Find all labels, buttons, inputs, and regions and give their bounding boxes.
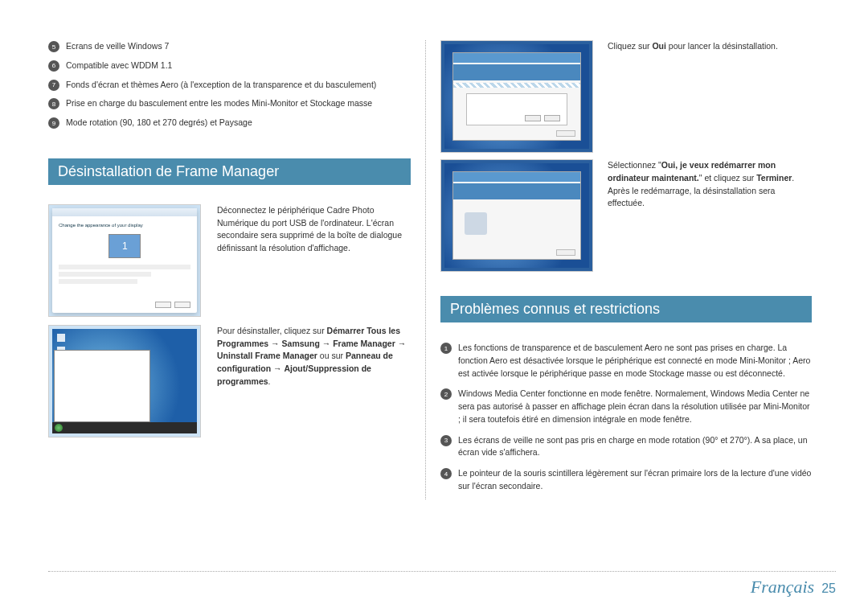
- uninstall-right-step: Sélectionnez "Oui, je veux redémarrer mo…: [440, 159, 812, 272]
- issue-text: Les fonctions de transparence et de basc…: [458, 342, 812, 380]
- screenshot-uninstall-confirm: [440, 40, 593, 153]
- item-number-badge: 3: [440, 435, 452, 446]
- item-number-badge: 6: [48, 60, 59, 72]
- uninstall-right-text: Sélectionnez "Oui, je veux redémarrer mo…: [608, 159, 812, 210]
- left-column: 5 Ecrans de veille Windows 7 6 Compatibl…: [48, 40, 426, 499]
- item-number-badge: 9: [48, 117, 59, 129]
- item-number-badge: 1: [440, 343, 452, 354]
- uninstall-right-text: Cliquez sur Oui pour lancer la désinstal…: [608, 40, 778, 53]
- right-column: Cliquez sur Oui pour lancer la désinstal…: [426, 40, 812, 499]
- issue-text: Windows Media Center fonctionne en mode …: [458, 388, 812, 425]
- issue-item: 3 Les écrans de veille ne sont pas pris …: [440, 434, 812, 460]
- numbered-item: 7 Fonds d'écran et thèmes Aero (à l'exce…: [48, 79, 411, 92]
- item-number-badge: 2: [440, 388, 452, 400]
- item-text: Ecrans de veille Windows 7: [66, 40, 169, 53]
- heading-uninstall: Désinstallation de Frame Manager: [48, 158, 411, 185]
- uninstall-right-step: Cliquez sur Oui pour lancer la désinstal…: [440, 40, 812, 153]
- item-number-badge: 5: [48, 41, 59, 52]
- item-text: Compatible avec WDDM 1.1: [66, 60, 172, 72]
- item-text: Prise en charge du basculement entre les…: [66, 97, 372, 110]
- uninstall-step: Change the appearance of your display Dé…: [48, 204, 411, 317]
- issue-text: Les écrans de veille ne sont pas pris en…: [458, 434, 812, 460]
- screenshot-display-settings: Change the appearance of your display: [48, 204, 201, 317]
- uninstall-step-text: Déconnectez le périphérique Cadre Photo …: [217, 204, 411, 317]
- item-number-badge: 7: [48, 80, 59, 91]
- issue-item: 2 Windows Media Center fonctionne en mod…: [440, 388, 812, 425]
- uninstall-step: Pour désinstaller, cliquez sur Démarrer …: [48, 325, 411, 437]
- uninstall-step-text: Pour désinstaller, cliquez sur Démarrer …: [217, 325, 411, 437]
- numbered-item: 8 Prise en charge du basculement entre l…: [48, 97, 411, 110]
- screenshot-start-menu: [48, 325, 201, 437]
- issue-text: Le pointeur de la souris scintillera lég…: [458, 467, 812, 493]
- footer-page-number: 25: [821, 581, 836, 595]
- heading-issues: Problèmes connus et restrictions: [440, 296, 812, 322]
- numbered-item: 5 Ecrans de veille Windows 7: [48, 40, 411, 53]
- page-footer: Français 25: [48, 571, 836, 598]
- numbered-item: 6 Compatible avec WDDM 1.1: [48, 60, 411, 72]
- footer-language: Français: [751, 577, 814, 597]
- numbered-item: 9 Mode rotation (90, 180 et 270 degrés) …: [48, 117, 411, 129]
- screenshot-uninstall-restart: [440, 159, 593, 272]
- item-number-badge: 8: [48, 98, 59, 109]
- item-text: Fonds d'écran et thèmes Aero (à l'except…: [66, 79, 376, 92]
- item-number-badge: 4: [440, 468, 452, 479]
- item-text: Mode rotation (90, 180 et 270 degrés) et…: [66, 117, 252, 129]
- issue-item: 4 Le pointeur de la souris scintillera l…: [440, 467, 812, 493]
- issue-item: 1 Les fonctions de transparence et de ba…: [440, 342, 812, 380]
